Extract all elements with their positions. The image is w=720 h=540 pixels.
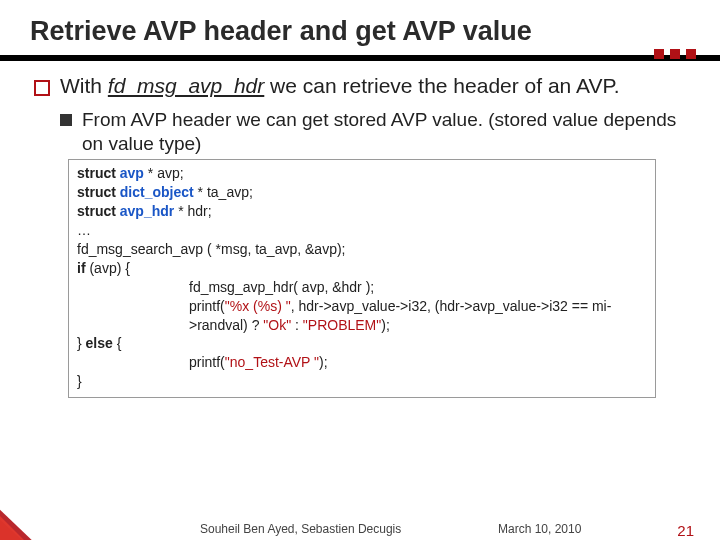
- corner-decoration-icon: [0, 496, 54, 540]
- page-number: 21: [677, 522, 694, 539]
- bullet-marker-solid: [60, 114, 72, 126]
- bullet-level-1: With fd_msg_avp_hdr we can retrieve the …: [34, 73, 686, 100]
- code-identifier: fd_msg_avp_hdr: [108, 74, 264, 97]
- footer-author: Souheil Ben Ayed, Sebastien Decugis: [200, 522, 401, 536]
- svg-marker-1: [0, 504, 38, 540]
- bullet-marker-hollow: [34, 80, 50, 96]
- footer-date: March 10, 2010: [498, 522, 581, 536]
- svg-marker-0: [0, 514, 28, 540]
- title-rule: [0, 53, 720, 63]
- text: With: [60, 74, 108, 97]
- text: we can retrieve the header of an AVP.: [264, 74, 619, 97]
- slide: Retrieve AVP header and get AVP value Wi…: [0, 0, 720, 540]
- bullet-level-2: From AVP header we can get stored AVP va…: [60, 108, 686, 156]
- svg-marker-2: [0, 516, 30, 540]
- slide-title: Retrieve AVP header and get AVP value: [0, 0, 720, 53]
- text: From AVP header we can get stored AVP va…: [82, 108, 686, 156]
- slide-body: With fd_msg_avp_hdr we can retrieve the …: [0, 73, 720, 398]
- code-block: struct avp * avp; struct dict_object * t…: [68, 159, 656, 398]
